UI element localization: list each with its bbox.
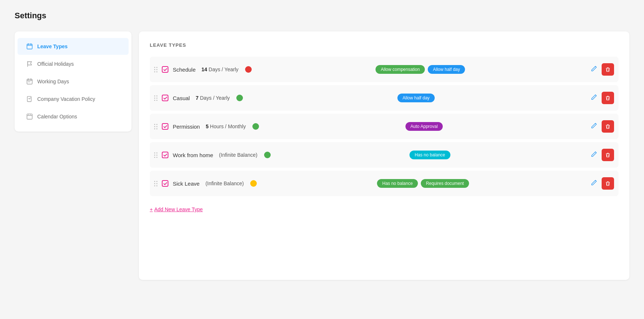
leave-type-name: Sick Leave [173,181,199,187]
page-title: Settings [15,11,629,20]
leave-row-actions [589,63,614,76]
workdays-icon [26,78,33,85]
add-new-label: Add New Leave Type [154,206,203,212]
svg-rect-10 [29,81,30,82]
delete-button[interactable] [602,63,614,76]
leave-color-dot [236,95,243,101]
edit-button[interactable] [589,121,599,132]
leave-color-dot [245,66,252,73]
leave-tag: Auto Approval [405,122,443,131]
main-content: LEAVE TYPES Schedule14 Days / YearlyAllo… [139,31,629,280]
sidebar-item-label-leave-types: Leave Types [37,43,68,49]
add-new-leave-type-link[interactable]: + Add New Leave Type [150,206,203,212]
delete-button[interactable] [602,120,614,133]
leave-row: Sick Leave(Infinite Balance)Has no balan… [150,171,618,196]
leave-tag: Has no balance [409,151,450,159]
leave-type-detail: 7 Days / Yearly [196,95,230,101]
leave-type-detail: (Infinite Balance) [219,152,258,158]
sidebar-item-leave-types[interactable]: Leave Types [18,38,129,55]
sidebar-item-official-holidays[interactable]: Official Holidays [18,56,129,72]
leave-type-detail: 5 Hours / Monthly [206,124,246,129]
drag-handle[interactable] [154,152,157,158]
sidebar-item-label-working-days: Working Days [37,79,69,84]
sidebar-item-label-official-holidays: Official Holidays [37,61,74,67]
svg-rect-9 [28,81,29,82]
sidebar-item-label-company-vacation-policy: Company Vacation Policy [37,96,95,102]
leave-type-detail: (Infinite Balance) [205,181,244,186]
leave-tag: Has no balance [377,179,418,188]
edit-button[interactable] [589,149,599,160]
drag-handle[interactable] [154,95,157,101]
leave-type-detail: 14 Days / Yearly [202,67,239,72]
leave-tags-area: Allow half day [247,94,585,102]
leave-tag: Allow compensation [376,65,425,74]
edit-button[interactable] [589,64,599,75]
sidebar: Leave Types Official Holidays [15,31,132,132]
drag-handle[interactable] [154,67,157,72]
clock-icon [26,113,33,120]
leave-row-actions [589,149,614,161]
leave-row-actions [589,92,614,104]
leave-checkbox[interactable] [162,95,168,101]
sidebar-item-label-calendar-options: Calendar Options [37,114,77,119]
leave-tag: Allow half day [428,65,465,74]
leave-color-dot [250,180,257,187]
leave-checkbox[interactable] [162,180,168,187]
leave-row: Schedule14 Days / YearlyAllow compensati… [150,57,618,82]
leave-rows: Schedule14 Days / YearlyAllow compensati… [150,57,618,196]
leave-tags-area: Auto Approval [263,122,585,131]
leave-tag: Allow half day [397,94,435,102]
leave-checkbox[interactable] [162,66,168,73]
svg-rect-0 [27,44,32,49]
calendar-icon [26,43,33,50]
sidebar-item-company-vacation-policy[interactable]: Company Vacation Policy [18,91,129,107]
leave-tags-area: Has no balance [275,151,585,159]
section-title: LEAVE TYPES [150,42,618,48]
leave-row: Permission5 Hours / MonthlyAuto Approval [150,114,618,139]
sidebar-item-working-days[interactable]: Working Days [18,73,129,90]
leave-tags-area: Allow compensationAllow half day [256,65,585,74]
leave-type-name: Work from home [173,152,213,158]
leave-tag: Requires document [421,179,469,188]
delete-button[interactable] [602,92,614,104]
leave-row-actions [589,177,614,190]
leave-type-name: Permission [173,124,200,130]
leave-row: Casual7 Days / YearlyAllow half day [150,85,618,111]
edit-button[interactable] [589,178,599,189]
sidebar-item-calendar-options[interactable]: Calendar Options [18,108,129,125]
edit-button[interactable] [589,92,599,103]
policy-icon [26,96,33,102]
leave-checkbox[interactable] [162,123,168,130]
leave-row-actions [589,120,614,133]
delete-button[interactable] [602,149,614,161]
leave-type-name: Schedule [173,67,196,73]
plus-icon: + [150,206,153,212]
svg-rect-12 [27,114,32,119]
flag-icon [26,61,33,67]
leave-type-name: Casual [173,95,190,101]
drag-handle[interactable] [154,124,157,129]
leave-tags-area: Has no balanceRequires document [261,179,585,188]
leave-row: Work from home(Infinite Balance)Has no b… [150,142,618,168]
main-layout: Leave Types Official Holidays [15,31,629,280]
delete-button[interactable] [602,177,614,190]
drag-handle[interactable] [154,181,157,186]
leave-color-dot [252,123,259,130]
leave-color-dot [264,152,271,158]
leave-checkbox[interactable] [162,152,168,158]
